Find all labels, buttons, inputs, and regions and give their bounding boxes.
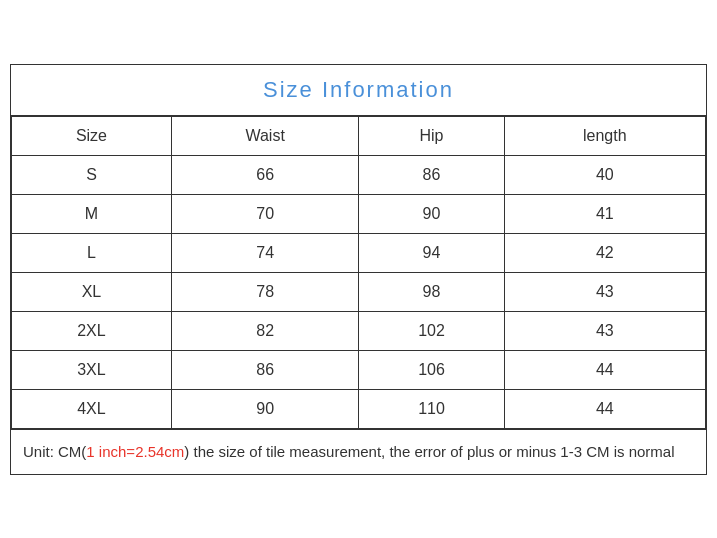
table-row: 4XL9011044: [12, 389, 706, 428]
cell-r5-c3: 44: [504, 350, 705, 389]
cell-r0-c2: 86: [359, 155, 504, 194]
cell-r0-c0: S: [12, 155, 172, 194]
cell-r0-c1: 66: [171, 155, 358, 194]
cell-r0-c3: 40: [504, 155, 705, 194]
table-row: 3XL8610644: [12, 350, 706, 389]
cell-r1-c1: 70: [171, 194, 358, 233]
cell-r1-c2: 90: [359, 194, 504, 233]
table-header-row: Size Waist Hip length: [12, 116, 706, 155]
cell-r2-c2: 94: [359, 233, 504, 272]
table-row: L749442: [12, 233, 706, 272]
cell-r2-c1: 74: [171, 233, 358, 272]
table-row: XL789843: [12, 272, 706, 311]
size-chart-container: Size Information Size Waist Hip length S…: [10, 64, 707, 475]
cell-r3-c2: 98: [359, 272, 504, 311]
header-length: length: [504, 116, 705, 155]
cell-r5-c2: 106: [359, 350, 504, 389]
footer-prefix: Unit: CM(: [23, 443, 86, 460]
cell-r5-c1: 86: [171, 350, 358, 389]
footer-suffix: ) the size of tile measurement, the erro…: [184, 443, 674, 460]
footer-highlight: 1 inch=2.54cm: [86, 443, 184, 460]
header-waist: Waist: [171, 116, 358, 155]
cell-r2-c0: L: [12, 233, 172, 272]
cell-r4-c3: 43: [504, 311, 705, 350]
cell-r3-c3: 43: [504, 272, 705, 311]
table-row: 2XL8210243: [12, 311, 706, 350]
table-row: M709041: [12, 194, 706, 233]
cell-r6-c2: 110: [359, 389, 504, 428]
page-title: Size Information: [263, 77, 454, 102]
cell-r4-c0: 2XL: [12, 311, 172, 350]
title-row: Size Information: [11, 65, 706, 116]
cell-r6-c3: 44: [504, 389, 705, 428]
footer-note: Unit: CM(1 inch=2.54cm) the size of tile…: [11, 429, 706, 474]
cell-r2-c3: 42: [504, 233, 705, 272]
cell-r1-c0: M: [12, 194, 172, 233]
size-table: Size Waist Hip length S668640M709041L749…: [11, 116, 706, 429]
cell-r6-c0: 4XL: [12, 389, 172, 428]
header-hip: Hip: [359, 116, 504, 155]
cell-r4-c2: 102: [359, 311, 504, 350]
cell-r4-c1: 82: [171, 311, 358, 350]
cell-r5-c0: 3XL: [12, 350, 172, 389]
cell-r6-c1: 90: [171, 389, 358, 428]
table-row: S668640: [12, 155, 706, 194]
header-size: Size: [12, 116, 172, 155]
cell-r3-c0: XL: [12, 272, 172, 311]
cell-r3-c1: 78: [171, 272, 358, 311]
cell-r1-c3: 41: [504, 194, 705, 233]
